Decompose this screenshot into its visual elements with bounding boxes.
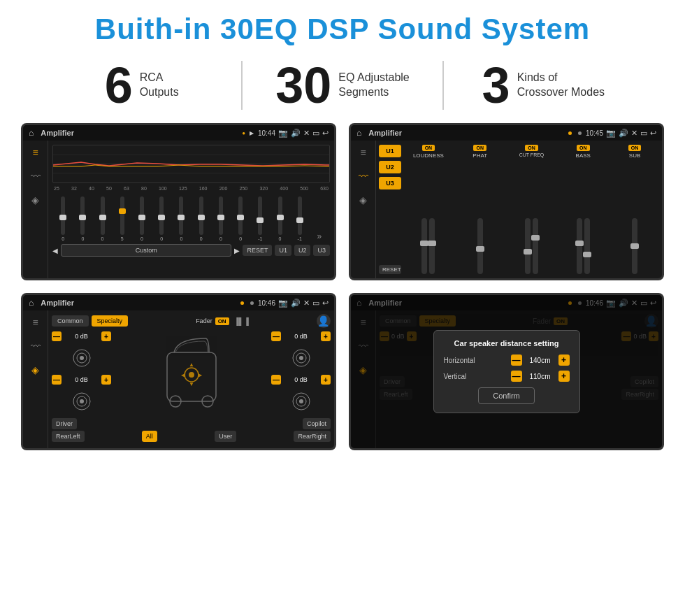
ch-slider-sub[interactable] [632,218,637,274]
ch-on-cutfreq: ON [525,145,538,151]
db-plus-rr[interactable]: + [321,375,331,385]
eq-u3-btn[interactable]: U3 [313,245,330,256]
eq-track-12[interactable] [298,196,302,235]
crossover-reset-btn[interactable]: RESET [379,265,401,274]
freq-100: 100 [159,186,167,191]
ch-slider-cutfreq-r[interactable] [533,218,538,274]
sidebar-wave-icon-x[interactable]: 〰 [356,169,370,184]
db-row-fl: — 0 dB + [52,331,111,341]
ch-loudness: ON LOUDNESS [404,145,453,274]
eq-track-6[interactable] [179,196,183,235]
volume-icon-crossover: 🔊 [619,129,628,138]
close-icon-crossover: ✕ [631,129,637,138]
ch-slider-bass-l[interactable] [577,218,582,274]
back-icon-eq[interactable]: ↩ [322,129,329,138]
dialog-box: Car speaker distance setting Horizontal … [433,330,580,413]
eq-prev-btn[interactable]: ◀ [52,247,58,255]
dialog-plus-horizontal[interactable]: + [558,354,570,366]
eq-track-3[interactable] [120,196,124,235]
confirm-button[interactable]: Confirm [478,387,535,404]
eq-track-7[interactable] [199,196,203,235]
eq-preset-label: Custom [61,244,231,257]
ch-sub: ON SUB [610,145,659,274]
dot2-crossover [578,131,582,135]
eq-u2-btn[interactable]: U2 [294,245,311,256]
dialog-minus-horizontal[interactable]: — [511,354,522,366]
u2-button[interactable]: U2 [379,161,401,173]
freq-250: 250 [240,186,248,191]
rear-left-btn[interactable]: RearLeft [52,431,85,442]
ch-slider-loudness-l[interactable] [421,218,427,274]
app-name-fader: Amplifier [41,299,236,307]
ch-slider-phat[interactable] [477,218,483,274]
eq-track-1[interactable] [80,196,85,235]
screen-body-fader: ≡ 〰 ◈ Common Specialty Fader ON ▐▌▐ 👤 [23,310,334,448]
status-time-fader: 10:46 [258,299,275,307]
u1-button[interactable]: U1 [379,145,401,157]
sidebar-speaker-icon[interactable]: ◈ [29,192,41,208]
camera-icon-fader: 📷 [278,299,288,308]
u3-button[interactable]: U3 [379,177,401,189]
home-icon-crossover[interactable]: ⌂ [356,128,361,138]
back-icon-fader[interactable]: ↩ [322,299,329,308]
db-minus-fl[interactable]: — [52,331,62,341]
ch-on-phat: ON [473,145,486,151]
eq-track-9[interactable] [238,196,243,235]
eq-track-5[interactable] [159,196,164,235]
profile-icon-fader[interactable]: 👤 [317,314,331,328]
sidebar-eq-icon[interactable]: ≡ [30,145,40,160]
eq-track-10[interactable] [258,196,262,235]
eq-track-2[interactable] [101,196,105,235]
home-icon-fader[interactable]: ⌂ [29,298,34,308]
dialog-value-horizontal: 140cm [526,357,554,364]
dialog-minus-vertical[interactable]: — [511,371,522,382]
svg-point-23 [299,399,303,403]
ch-slider-loudness-r[interactable] [429,218,435,274]
eq-reset-btn[interactable]: RESET [243,245,272,256]
speaker-icon-rr [291,391,312,412]
db-minus-rl[interactable]: — [52,375,62,385]
eq-track-0[interactable] [61,196,65,235]
home-icon-eq[interactable]: ⌂ [29,128,34,138]
stat-label-rca: RCAOutputs [140,71,179,100]
db-minus-fr[interactable]: — [271,331,281,341]
copilot-btn[interactable]: Copilot [303,418,331,429]
dot1-fader [240,301,244,305]
db-plus-fl[interactable]: + [101,331,111,341]
db-row-rr: — 0 dB + [271,375,331,385]
ch-phat: ON PHAT [456,145,505,274]
eq-u1-btn[interactable]: U1 [275,245,291,256]
fader-specialty-tab[interactable]: Specialty [92,315,129,327]
db-plus-rl[interactable]: + [101,375,111,385]
db-plus-fr[interactable]: + [321,331,331,341]
ch-slider-bass-r[interactable] [584,218,590,274]
speaker-icon-fr [291,348,312,368]
eq-slider-9: 0 [231,196,250,241]
sidebar-icons-eq: ≡ 〰 ◈ [23,141,48,278]
sidebar-eq-icon-f[interactable]: ≡ [30,315,40,330]
eq-track-8[interactable] [219,196,223,235]
sidebar-wave-icon[interactable]: 〰 [29,169,43,184]
ch-on-loudness: ON [422,145,435,151]
crossover-channels: ON LOUDNESS ON [404,145,659,274]
fader-top-bar: Common Specialty Fader ON ▐▌▐ 👤 [52,314,331,328]
all-btn[interactable]: All [142,431,157,442]
back-icon-crossover[interactable]: ↩ [650,129,656,138]
user-btn[interactable]: User [215,431,236,442]
eq-next-btn[interactable]: ▶ [234,247,240,255]
dialog-plus-vertical[interactable]: + [558,371,570,382]
eq-track-11[interactable] [278,196,282,235]
sidebar-eq-icon-x[interactable]: ≡ [358,145,368,160]
eq-track-4[interactable] [140,196,144,235]
driver-btn[interactable]: Driver [52,418,77,429]
expand-icon[interactable]: » [317,231,322,241]
fader-common-tab[interactable]: Common [52,315,89,327]
sidebar-speaker-icon-x[interactable]: ◈ [357,192,369,208]
screens-grid: ⌂ Amplifier ● ▶ 10:44 📷 🔊 ✕ ▭ ↩ ≡ 〰 ◈ [0,123,685,450]
rear-right-btn[interactable]: RearRight [294,431,331,442]
eq-expand: » [310,231,329,241]
ch-slider-cutfreq-l[interactable] [525,218,531,274]
sidebar-wave-icon-f[interactable]: 〰 [29,338,43,354]
sidebar-speaker-icon-f[interactable]: ◈ [29,362,41,378]
db-minus-rr[interactable]: — [271,375,281,385]
